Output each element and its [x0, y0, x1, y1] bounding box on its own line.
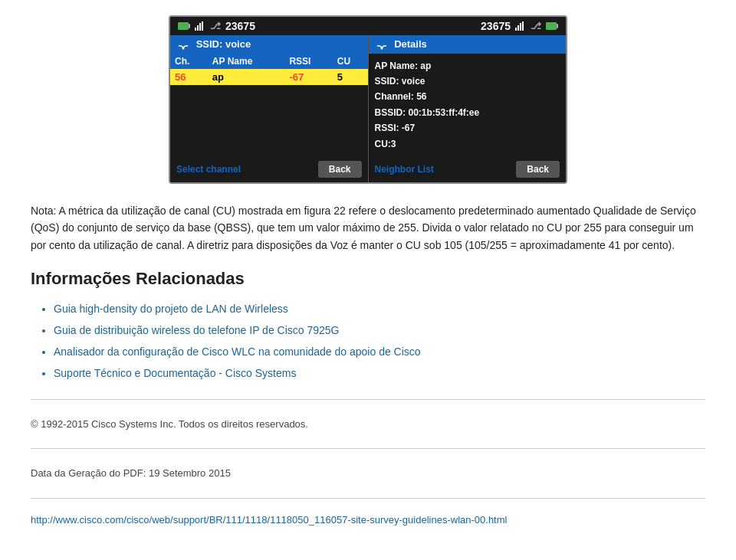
details-content: AP Name: ap SSID: voice Channel: 56 BSSI… — [369, 54, 567, 156]
back-button-right[interactable]: Back — [516, 161, 560, 178]
footer-url[interactable]: http://www.cisco.com/cisco/web/support/B… — [31, 514, 705, 526]
wifi-table-header: Ch. AP Name RSSI CU — [170, 54, 368, 69]
wifi-table-body: 56 ap -67 5 — [170, 69, 368, 85]
svg-rect-2 — [195, 28, 196, 31]
detail-rssi: RSSI: -67 — [375, 120, 560, 136]
bottom-right: Neighbor List Back — [369, 156, 567, 182]
list-item[interactable]: Suporte Técnico e Documentação - Cisco S… — [54, 362, 705, 384]
neighbor-list-label: Neighbor List — [375, 164, 434, 175]
divider-1 — [31, 399, 705, 400]
device-screenshot: ⎇ 23675 23675 ⎇ — [169, 15, 567, 184]
main-content: Nota: A métrica da utilização de canal (… — [31, 202, 705, 526]
col-ch: Ch. — [170, 54, 208, 69]
svg-rect-1 — [189, 24, 190, 28]
table-row: 56 ap -67 5 — [170, 69, 368, 85]
related-section-title: Informações Relacionadas — [31, 269, 705, 289]
svg-rect-5 — [202, 21, 203, 31]
detail-ssid: SSID: voice — [375, 74, 560, 89]
detail-apname: AP Name: ap — [375, 58, 560, 74]
signal-right-icon — [515, 21, 526, 31]
details-header: Details — [369, 35, 567, 54]
right-panel: Details AP Name: ap SSID: voice Channel:… — [369, 35, 567, 156]
svg-rect-0 — [178, 22, 189, 30]
col-cu: CU — [333, 54, 368, 69]
svg-rect-7 — [518, 25, 519, 31]
battery-left-icon — [178, 21, 190, 31]
svg-rect-9 — [522, 21, 524, 31]
cell-ch: 56 — [170, 69, 208, 85]
bluetooth-right-icon: ⎇ — [531, 21, 541, 31]
related-links-list: Guia high-density do projeto de LAN de W… — [54, 298, 705, 384]
device-number-left: 23675 — [225, 20, 255, 32]
divider-2 — [31, 448, 705, 449]
svg-point-13 — [182, 47, 185, 49]
col-rssi: RSSI — [284, 54, 332, 69]
svg-rect-11 — [557, 24, 558, 28]
left-panel: SSID: voice Ch. AP Name RSSI CU 56 — [170, 35, 369, 156]
page-container: ⎇ 23675 23675 ⎇ — [0, 0, 736, 541]
svg-rect-3 — [197, 25, 199, 31]
svg-rect-6 — [515, 28, 517, 31]
list-item[interactable]: Guia high-density do projeto de LAN de W… — [54, 298, 705, 319]
svg-point-15 — [380, 47, 383, 49]
battery-right-icon — [546, 21, 558, 31]
svg-rect-4 — [199, 23, 201, 31]
list-item[interactable]: Analisador da configuração de Cisco WLC … — [54, 341, 705, 362]
date-text: Data da Geração do PDF: 19 Setembro 2015 — [31, 464, 705, 482]
device-top-right: 23675 ⎇ — [481, 20, 558, 32]
wifi-icon — [176, 40, 190, 51]
device-top-left: ⎇ 23675 — [178, 20, 255, 32]
svg-rect-10 — [546, 22, 557, 30]
detail-cu: CU:3 — [375, 136, 560, 152]
details-title: Details — [394, 38, 427, 50]
ssid-label: SSID: voice — [196, 38, 251, 50]
wifi-table: Ch. AP Name RSSI CU 56 ap -67 5 — [170, 54, 368, 85]
bottom-left: Select channel Back — [170, 156, 369, 182]
wifi-details-icon — [375, 40, 389, 51]
cell-apname: ap — [208, 69, 285, 85]
signal-left-icon — [195, 21, 205, 31]
bluetooth-left-icon: ⎇ — [210, 21, 221, 31]
device-top-bar: ⎇ 23675 23675 ⎇ — [170, 17, 566, 35]
list-item[interactable]: Guia de distribuição wireless do telefon… — [54, 319, 705, 341]
col-apname: AP Name — [208, 54, 285, 69]
copyright-text: © 1992-2015 Cisco Systems Inc. Todos os … — [31, 415, 705, 433]
back-button-left[interactable]: Back — [318, 161, 362, 178]
detail-bssid: BSSID: 00:1b:53:ff:4f:ee — [375, 105, 560, 120]
device-panels: SSID: voice Ch. AP Name RSSI CU 56 — [170, 35, 566, 156]
device-number-right: 23675 — [481, 20, 511, 32]
select-channel-label: Select channel — [176, 164, 241, 175]
divider-3 — [31, 498, 705, 499]
detail-channel: Channel: 56 — [375, 89, 560, 104]
device-bottom: Select channel Back Neighbor List Back — [170, 156, 566, 182]
nota-paragraph: Nota: A métrica da utilização de canal (… — [31, 202, 705, 254]
cell-rssi: -67 — [284, 69, 332, 85]
svg-rect-8 — [520, 23, 521, 31]
ssid-header: SSID: voice — [170, 35, 368, 54]
cell-cu: 5 — [333, 69, 368, 85]
